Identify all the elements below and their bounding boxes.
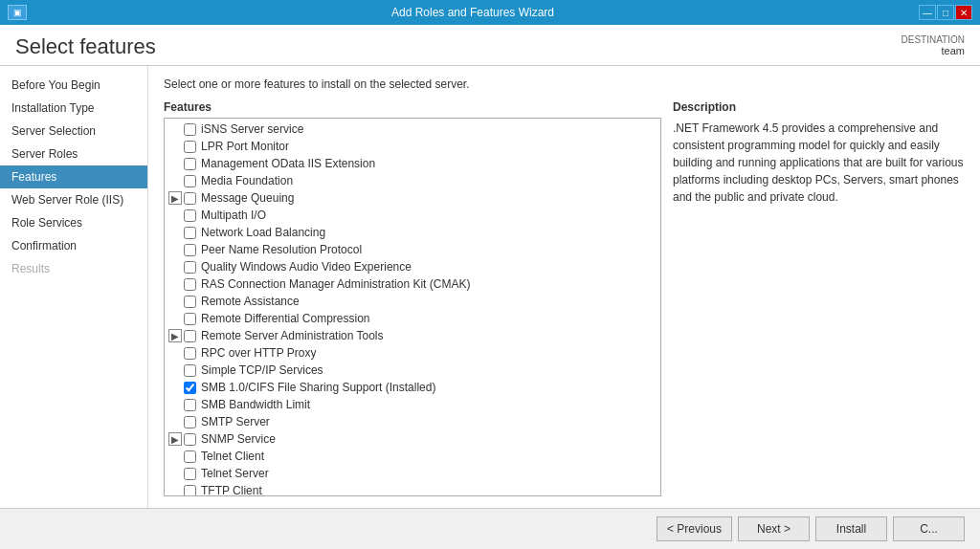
feature-label-simple-tcp: Simple TCP/IP Services [201, 363, 323, 377]
sidebar-item-installation-type[interactable]: Installation Type [0, 97, 147, 120]
feature-item-snmp-service[interactable]: ▶SNMP Service [165, 430, 660, 448]
feature-checkbox-network-load-balancing[interactable] [184, 227, 196, 239]
feature-item-smb-1[interactable]: SMB 1.0/CIFS File Sharing Support (Insta… [165, 379, 660, 396]
sidebar: Before You BeginInstallation TypeServer … [0, 66, 148, 508]
feature-checkbox-isns[interactable] [184, 123, 196, 136]
feature-checkbox-smb-bandwidth[interactable] [184, 399, 196, 411]
feature-label-telnet-server: Telnet Server [201, 467, 269, 480]
feature-label-peer-name: Peer Name Resolution Protocol [201, 243, 362, 256]
feature-label-snmp-service: SNMP Service [201, 432, 276, 446]
feature-item-telnet-server[interactable]: Telnet Server [165, 465, 660, 482]
minimize-button[interactable]: — [919, 5, 936, 20]
feature-item-quality-windows[interactable]: Quality Windows Audio Video Experience [165, 258, 660, 275]
feature-checkbox-rpc-http[interactable] [184, 347, 196, 360]
feature-item-telnet-client[interactable]: Telnet Client [165, 448, 660, 465]
footer: < Previous Next > Install C... [0, 508, 980, 549]
sidebar-item-results: Results [0, 257, 147, 280]
close-button[interactable]: ✕ [955, 5, 972, 20]
feature-checkbox-telnet-server[interactable] [184, 468, 196, 480]
sidebar-item-role-services[interactable]: Role Services [0, 211, 147, 234]
panel-body: Features iSNS Server serviceLPR Port Mon… [164, 100, 965, 496]
cancel-button[interactable]: C... [893, 516, 965, 541]
feature-checkbox-tftp-client[interactable] [184, 485, 196, 496]
features-label: Features [164, 100, 661, 114]
description-column: Description .NET Framework 4.5 provides … [673, 100, 965, 496]
feature-item-ras-connection[interactable]: RAS Connection Manager Administration Ki… [165, 275, 660, 293]
install-button[interactable]: Install [815, 516, 887, 541]
next-button[interactable]: Next > [738, 516, 810, 541]
feature-item-isns[interactable]: iSNS Server service [165, 121, 660, 138]
feature-checkbox-snmp-service[interactable] [184, 433, 196, 446]
feature-item-management-odata[interactable]: Management OData IIS Extension [165, 155, 660, 172]
feature-item-multipath-io[interactable]: Multipath I/O [165, 207, 660, 224]
feature-checkbox-simple-tcp[interactable] [184, 364, 196, 377]
feature-checkbox-peer-name[interactable] [184, 244, 196, 256]
feature-checkbox-media-foundation[interactable] [184, 175, 196, 187]
feature-label-rpc-http: RPC over HTTP Proxy [201, 346, 316, 360]
features-column: Features iSNS Server serviceLPR Port Mon… [164, 100, 661, 496]
feature-item-smb-bandwidth[interactable]: SMB Bandwidth Limit [165, 396, 660, 413]
maximize-button[interactable]: □ [937, 5, 954, 20]
feature-label-telnet-client: Telnet Client [201, 450, 264, 463]
feature-item-remote-assistance[interactable]: Remote Assistance [165, 293, 660, 310]
feature-item-peer-name[interactable]: Peer Name Resolution Protocol [165, 241, 660, 258]
features-list-container: iSNS Server serviceLPR Port MonitorManag… [164, 118, 661, 496]
feature-label-remote-server-admin: Remote Server Administration Tools [201, 329, 384, 342]
feature-item-remote-server-admin[interactable]: ▶Remote Server Administration Tools [165, 327, 660, 344]
destination-info: DESTINATION team [902, 34, 965, 56]
feature-label-quality-windows: Quality Windows Audio Video Experience [201, 260, 412, 274]
feature-checkbox-ras-connection[interactable] [184, 278, 196, 291]
page-title: Select features [15, 34, 156, 59]
feature-label-message-queuing: Message Queuing [201, 191, 294, 205]
destination-label: DESTINATION [902, 34, 965, 45]
sidebar-item-confirmation[interactable]: Confirmation [0, 234, 147, 257]
feature-checkbox-smb-1[interactable] [184, 382, 196, 394]
title-bar-controls[interactable]: — □ ✕ [919, 5, 972, 20]
feature-item-remote-differential[interactable]: Remote Differential Compression [165, 310, 660, 327]
feature-checkbox-telnet-client[interactable] [184, 450, 196, 463]
sidebar-item-before-you-begin[interactable]: Before You Begin [0, 74, 147, 97]
feature-checkbox-remote-server-admin[interactable] [184, 330, 196, 342]
sidebar-item-web-server-role[interactable]: Web Server Role (IIS) [0, 188, 147, 211]
previous-button[interactable]: < Previous [657, 516, 732, 541]
sidebar-item-server-selection[interactable]: Server Selection [0, 120, 147, 143]
title-bar: ▣ Add Roles and Features Wizard — □ ✕ [0, 0, 980, 25]
feature-item-rpc-http[interactable]: RPC over HTTP Proxy [165, 344, 660, 362]
feature-checkbox-multipath-io[interactable] [184, 209, 196, 222]
feature-label-media-foundation: Media Foundation [201, 174, 293, 187]
feature-item-smtp-server[interactable]: SMTP Server [165, 413, 660, 430]
feature-label-remote-differential: Remote Differential Compression [201, 312, 370, 325]
feature-item-lpr[interactable]: LPR Port Monitor [165, 138, 660, 155]
title-bar-icon: ▣ [8, 5, 27, 20]
feature-label-management-odata: Management OData IIS Extension [201, 157, 375, 170]
expand-icon-remote-server-admin[interactable]: ▶ [168, 329, 182, 342]
feature-item-tftp-client[interactable]: TFTP Client [165, 482, 660, 495]
feature-label-remote-assistance: Remote Assistance [201, 295, 300, 308]
feature-label-isns: iSNS Server service [201, 122, 303, 136]
feature-checkbox-remote-differential[interactable] [184, 313, 196, 325]
description-label: Description [673, 100, 965, 114]
page-header: Select features DESTINATION team [0, 25, 980, 66]
feature-item-message-queuing[interactable]: ▶Message Queuing [165, 189, 660, 207]
title-bar-title: Add Roles and Features Wizard [27, 6, 919, 19]
features-list[interactable]: iSNS Server serviceLPR Port MonitorManag… [165, 119, 660, 495]
destination-value: team [902, 45, 965, 56]
feature-checkbox-smtp-server[interactable] [184, 416, 196, 428]
main-panel: Select one or more features to install o… [148, 66, 980, 508]
feature-checkbox-management-odata[interactable] [184, 158, 196, 170]
feature-label-multipath-io: Multipath I/O [201, 209, 266, 222]
feature-item-media-foundation[interactable]: Media Foundation [165, 172, 660, 189]
feature-checkbox-remote-assistance[interactable] [184, 296, 196, 308]
feature-item-simple-tcp[interactable]: Simple TCP/IP Services [165, 362, 660, 379]
expand-icon-snmp-service[interactable]: ▶ [168, 432, 182, 446]
feature-label-network-load-balancing: Network Load Balancing [201, 226, 325, 239]
feature-item-network-load-balancing[interactable]: Network Load Balancing [165, 224, 660, 241]
expand-icon-message-queuing[interactable]: ▶ [168, 191, 182, 205]
feature-label-tftp-client: TFTP Client [201, 484, 262, 495]
feature-checkbox-message-queuing[interactable] [184, 192, 196, 205]
sidebar-item-features[interactable]: Features [0, 165, 147, 188]
feature-label-lpr: LPR Port Monitor [201, 140, 289, 153]
feature-checkbox-lpr[interactable] [184, 141, 196, 153]
feature-checkbox-quality-windows[interactable] [184, 261, 196, 274]
sidebar-item-server-roles[interactable]: Server Roles [0, 143, 147, 165]
